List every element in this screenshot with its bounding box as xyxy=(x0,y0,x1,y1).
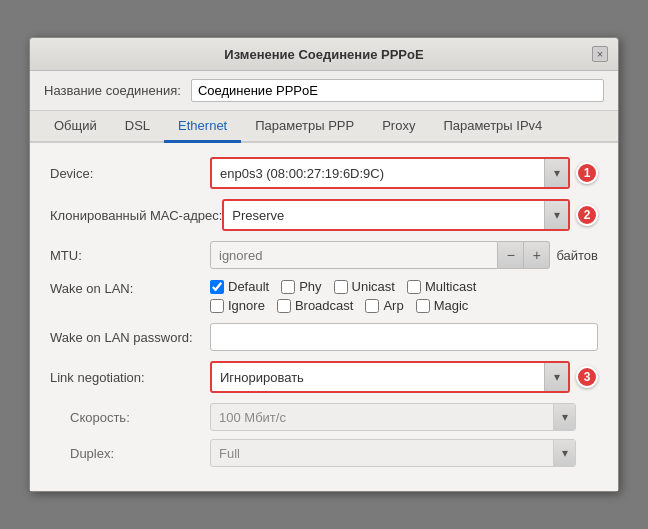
wake-default-label: Default xyxy=(228,279,269,294)
wake-multicast-option[interactable]: Multicast xyxy=(407,279,476,294)
mtu-minus-button[interactable]: − xyxy=(498,241,524,269)
mtu-unit: байтов xyxy=(556,248,598,263)
wake-broadcast-option[interactable]: Broadcast xyxy=(277,298,354,313)
tab-ppp[interactable]: Параметры PPP xyxy=(241,111,368,143)
wake-ignore-option[interactable]: Ignore xyxy=(210,298,265,313)
speed-row: Скорость: 100 Мбит/с xyxy=(50,403,598,431)
wake-options-line-1: Default Phy Unicast Multicast xyxy=(210,279,476,294)
wake-unicast-label: Unicast xyxy=(352,279,395,294)
tab-general[interactable]: Общий xyxy=(40,111,111,143)
title-bar: Изменение Соединение PPPoE × xyxy=(30,38,618,71)
speed-value: 100 Мбит/с xyxy=(211,407,553,428)
mtu-input[interactable] xyxy=(210,241,498,269)
mac-clone-badge: 2 xyxy=(576,204,598,226)
mac-clone-dropdown-btn[interactable] xyxy=(544,201,568,229)
wake-phy-label: Phy xyxy=(299,279,321,294)
duplex-label: Duplex: xyxy=(70,446,210,461)
wake-multicast-checkbox[interactable] xyxy=(407,280,421,294)
wake-on-lan-options: Default Phy Unicast Multicast xyxy=(210,279,476,313)
mac-clone-combobox[interactable]: Preserve xyxy=(222,199,570,231)
mtu-label: MTU: xyxy=(50,248,210,263)
wake-ignore-checkbox[interactable] xyxy=(210,299,224,313)
mtu-row: MTU: − + байтов xyxy=(50,241,598,269)
wake-magic-option[interactable]: Magic xyxy=(416,298,469,313)
wake-broadcast-checkbox[interactable] xyxy=(277,299,291,313)
device-combobox[interactable]: enp0s3 (08:00:27:19:6D:9C) xyxy=(210,157,570,189)
connection-name-label: Название соединения: xyxy=(44,83,181,98)
speed-control-wrapper: 100 Мбит/с xyxy=(210,403,598,431)
wake-arp-checkbox[interactable] xyxy=(365,299,379,313)
wake-on-lan-label: Wake on LAN: xyxy=(50,279,210,296)
duplex-row: Duplex: Full xyxy=(50,439,598,467)
connection-name-row: Название соединения: xyxy=(30,71,618,111)
device-label: Device: xyxy=(50,166,210,181)
wake-phy-checkbox[interactable] xyxy=(281,280,295,294)
link-negotiation-value: Игнорировать xyxy=(212,367,544,388)
wake-on-lan-row: Wake on LAN: Default Phy Unicast xyxy=(50,279,598,313)
mac-clone-row: Клонированный МАС-адрес: Preserve 2 xyxy=(50,199,598,231)
device-value: enp0s3 (08:00:27:19:6D:9C) xyxy=(212,163,544,184)
connection-name-input[interactable] xyxy=(191,79,604,102)
wake-arp-option[interactable]: Arp xyxy=(365,298,403,313)
wake-password-row: Wake on LAN password: xyxy=(50,323,598,351)
duplex-dropdown-btn[interactable] xyxy=(553,440,575,466)
wake-unicast-option[interactable]: Unicast xyxy=(334,279,395,294)
mac-clone-label: Клонированный МАС-адрес: xyxy=(50,208,222,223)
wake-magic-checkbox[interactable] xyxy=(416,299,430,313)
wake-default-option[interactable]: Default xyxy=(210,279,269,294)
dialog: Изменение Соединение PPPoE × Название со… xyxy=(29,37,619,492)
wake-arp-label: Arp xyxy=(383,298,403,313)
link-negotiation-dropdown-btn[interactable] xyxy=(544,363,568,391)
wake-magic-label: Magic xyxy=(434,298,469,313)
wake-ignore-label: Ignore xyxy=(228,298,265,313)
wake-password-input[interactable] xyxy=(210,323,598,351)
wake-password-control-wrapper xyxy=(210,323,598,351)
mtu-control-wrapper: − + байтов xyxy=(210,241,598,269)
device-control-wrapper: enp0s3 (08:00:27:19:6D:9C) 1 xyxy=(210,157,598,189)
duplex-value: Full xyxy=(211,443,553,464)
wake-unicast-checkbox[interactable] xyxy=(334,280,348,294)
tab-content: Device: enp0s3 (08:00:27:19:6D:9C) 1 Кло… xyxy=(30,143,618,491)
dialog-title: Изменение Соединение PPPoE xyxy=(56,47,592,62)
device-badge: 1 xyxy=(576,162,598,184)
mac-clone-value: Preserve xyxy=(224,205,544,226)
speed-combobox[interactable]: 100 Мбит/с xyxy=(210,403,576,431)
wake-default-checkbox[interactable] xyxy=(210,280,224,294)
wake-broadcast-label: Broadcast xyxy=(295,298,354,313)
tabs-bar: Общий DSL Ethernet Параметры PPP Proxy П… xyxy=(30,111,618,143)
link-negotiation-badge: 3 xyxy=(576,366,598,388)
wake-phy-option[interactable]: Phy xyxy=(281,279,321,294)
link-negotiation-row: Link negotiation: Игнорировать 3 xyxy=(50,361,598,393)
link-negotiation-combobox[interactable]: Игнорировать xyxy=(210,361,570,393)
tab-ipv4[interactable]: Параметры IPv4 xyxy=(429,111,556,143)
duplex-control-wrapper: Full xyxy=(210,439,598,467)
link-negotiation-control-wrapper: Игнорировать 3 xyxy=(210,361,598,393)
wake-multicast-label: Multicast xyxy=(425,279,476,294)
wake-password-label: Wake on LAN password: xyxy=(50,330,210,345)
device-row: Device: enp0s3 (08:00:27:19:6D:9C) 1 xyxy=(50,157,598,189)
close-button[interactable]: × xyxy=(592,46,608,62)
speed-label: Скорость: xyxy=(70,410,210,425)
device-dropdown-btn[interactable] xyxy=(544,159,568,187)
tab-proxy[interactable]: Proxy xyxy=(368,111,429,143)
speed-dropdown-btn[interactable] xyxy=(553,404,575,430)
link-negotiation-label: Link negotiation: xyxy=(50,370,210,385)
mtu-plus-button[interactable]: + xyxy=(524,241,550,269)
tab-ethernet[interactable]: Ethernet xyxy=(164,111,241,143)
mac-clone-control-wrapper: Preserve 2 xyxy=(222,199,598,231)
wake-options-line-2: Ignore Broadcast Arp Magic xyxy=(210,298,476,313)
tab-dsl[interactable]: DSL xyxy=(111,111,164,143)
duplex-combobox[interactable]: Full xyxy=(210,439,576,467)
